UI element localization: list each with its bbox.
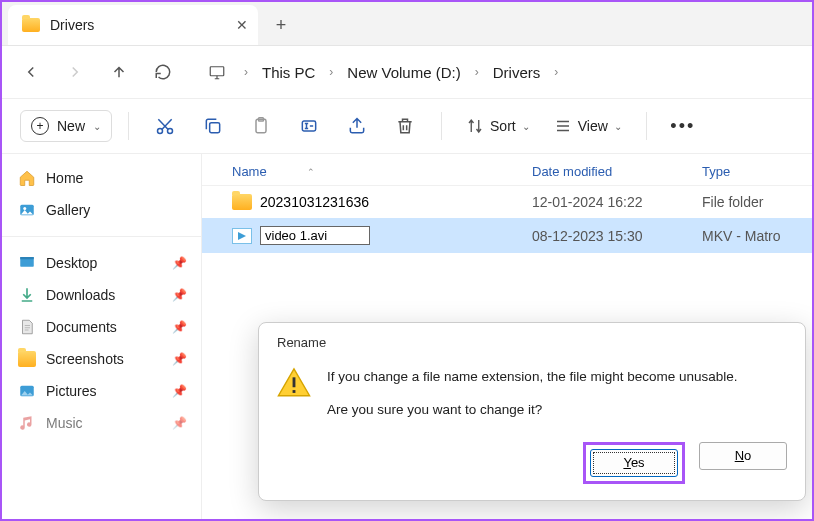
sidebar-item-downloads[interactable]: Downloads 📌 bbox=[2, 279, 201, 311]
sort-button[interactable]: Sort ⌄ bbox=[458, 111, 538, 141]
crumb-this-pc[interactable]: This PC bbox=[256, 60, 321, 85]
pc-icon[interactable] bbox=[198, 53, 236, 91]
column-name[interactable]: Name⌃ bbox=[232, 164, 532, 179]
column-type[interactable]: Type bbox=[702, 164, 792, 179]
svg-point-8 bbox=[23, 207, 26, 210]
separator bbox=[128, 112, 129, 140]
sidebar-item-label: Gallery bbox=[46, 202, 90, 218]
paste-button[interactable] bbox=[241, 106, 281, 146]
svg-rect-0 bbox=[210, 67, 224, 76]
pin-icon: 📌 bbox=[172, 384, 187, 398]
dialog-title: Rename bbox=[259, 323, 805, 356]
file-date: 08-12-2023 15:30 bbox=[532, 228, 702, 244]
close-tab-icon[interactable]: ✕ bbox=[236, 17, 248, 33]
cut-button[interactable] bbox=[145, 106, 185, 146]
downloads-icon bbox=[18, 287, 36, 303]
sidebar-item-label: Home bbox=[46, 170, 83, 186]
plus-circle-icon: + bbox=[31, 117, 49, 135]
dialog-line2: Are you sure you want to change it? bbox=[327, 399, 738, 422]
column-date[interactable]: Date modified bbox=[532, 164, 702, 179]
nav-bar: › This PC › New Volume (D:) › Drivers › bbox=[2, 46, 812, 98]
pin-icon: 📌 bbox=[172, 320, 187, 334]
sidebar-item-label: Music bbox=[46, 415, 83, 431]
svg-rect-13 bbox=[293, 390, 296, 393]
column-headers: Name⌃ Date modified Type bbox=[202, 154, 812, 186]
sort-icon bbox=[466, 117, 484, 135]
new-tab-button[interactable]: + bbox=[264, 8, 298, 42]
sidebar-item-desktop[interactable]: Desktop 📌 bbox=[2, 247, 201, 279]
new-button[interactable]: + New ⌄ bbox=[20, 110, 112, 142]
tab-title: Drivers bbox=[50, 17, 94, 33]
sidebar-item-label: Documents bbox=[46, 319, 117, 335]
warning-icon bbox=[277, 366, 311, 400]
svg-rect-10 bbox=[20, 257, 34, 259]
rename-input[interactable] bbox=[260, 226, 370, 245]
sidebar-item-home[interactable]: Home bbox=[2, 162, 201, 194]
file-type: File folder bbox=[702, 194, 792, 210]
no-button[interactable]: No bbox=[699, 442, 787, 470]
sidebar-item-label: Desktop bbox=[46, 255, 97, 271]
sidebar-item-music[interactable]: Music 📌 bbox=[2, 407, 201, 439]
chevron-down-icon: ⌄ bbox=[522, 121, 530, 132]
separator bbox=[441, 112, 442, 140]
rename-dialog: Rename If you change a file name extensi… bbox=[258, 322, 806, 501]
share-button[interactable] bbox=[337, 106, 377, 146]
chevron-right-icon[interactable]: › bbox=[471, 65, 483, 79]
tab-bar: Drivers ✕ + bbox=[2, 2, 812, 46]
sidebar-item-pictures[interactable]: Pictures 📌 bbox=[2, 375, 201, 407]
view-button[interactable]: View ⌄ bbox=[546, 111, 630, 141]
delete-button[interactable] bbox=[385, 106, 425, 146]
folder-icon bbox=[232, 194, 252, 210]
dialog-text: If you change a file name extension, the… bbox=[327, 366, 738, 422]
forward-button[interactable] bbox=[56, 53, 94, 91]
file-row[interactable]: 20231031231636 12-01-2024 16:22 File fol… bbox=[202, 186, 812, 218]
sidebar: Home Gallery Desktop 📌 Downloads 📌 Docum… bbox=[2, 154, 202, 519]
copy-button[interactable] bbox=[193, 106, 233, 146]
rename-button[interactable] bbox=[289, 106, 329, 146]
chevron-right-icon[interactable]: › bbox=[550, 65, 562, 79]
sidebar-item-label: Downloads bbox=[46, 287, 115, 303]
dialog-line1: If you change a file name extension, the… bbox=[327, 366, 738, 389]
sort-indicator-icon: ⌃ bbox=[307, 167, 315, 177]
chevron-down-icon: ⌄ bbox=[93, 121, 101, 132]
chevron-right-icon[interactable]: › bbox=[240, 65, 252, 79]
separator bbox=[2, 236, 201, 237]
sidebar-item-gallery[interactable]: Gallery bbox=[2, 194, 201, 226]
pictures-icon bbox=[18, 383, 36, 399]
new-label: New bbox=[57, 118, 85, 134]
chevron-right-icon[interactable]: › bbox=[325, 65, 337, 79]
yes-highlight: Yes bbox=[583, 442, 685, 484]
toolbar: + New ⌄ Sort ⌄ View ⌄ ••• bbox=[2, 98, 812, 154]
file-row-selected[interactable]: 08-12-2023 15:30 MKV - Matro bbox=[202, 218, 812, 253]
separator bbox=[646, 112, 647, 140]
pin-icon: 📌 bbox=[172, 288, 187, 302]
music-icon bbox=[18, 415, 36, 431]
up-button[interactable] bbox=[100, 53, 138, 91]
refresh-button[interactable] bbox=[144, 53, 182, 91]
sidebar-item-label: Screenshots bbox=[46, 351, 124, 367]
crumb-volume[interactable]: New Volume (D:) bbox=[341, 60, 466, 85]
crumb-drivers[interactable]: Drivers bbox=[487, 60, 547, 85]
pin-icon: 📌 bbox=[172, 256, 187, 270]
back-button[interactable] bbox=[12, 53, 50, 91]
folder-icon bbox=[18, 351, 36, 367]
file-date: 12-01-2024 16:22 bbox=[532, 194, 702, 210]
svg-rect-3 bbox=[210, 123, 220, 133]
more-button[interactable]: ••• bbox=[663, 106, 703, 146]
tab-drivers[interactable]: Drivers ✕ bbox=[8, 5, 258, 45]
chevron-down-icon: ⌄ bbox=[614, 121, 622, 132]
sidebar-item-screenshots[interactable]: Screenshots 📌 bbox=[2, 343, 201, 375]
svg-rect-12 bbox=[293, 377, 296, 387]
svg-point-1 bbox=[158, 129, 163, 134]
sidebar-item-documents[interactable]: Documents 📌 bbox=[2, 311, 201, 343]
gallery-icon bbox=[18, 202, 36, 218]
view-icon bbox=[554, 117, 572, 135]
video-icon bbox=[232, 228, 252, 244]
yes-button[interactable]: Yes bbox=[590, 449, 678, 477]
documents-icon bbox=[18, 319, 36, 335]
svg-rect-6 bbox=[302, 121, 315, 131]
pin-icon: 📌 bbox=[172, 352, 187, 366]
desktop-icon bbox=[18, 255, 36, 271]
sidebar-item-label: Pictures bbox=[46, 383, 97, 399]
home-icon bbox=[18, 170, 36, 186]
